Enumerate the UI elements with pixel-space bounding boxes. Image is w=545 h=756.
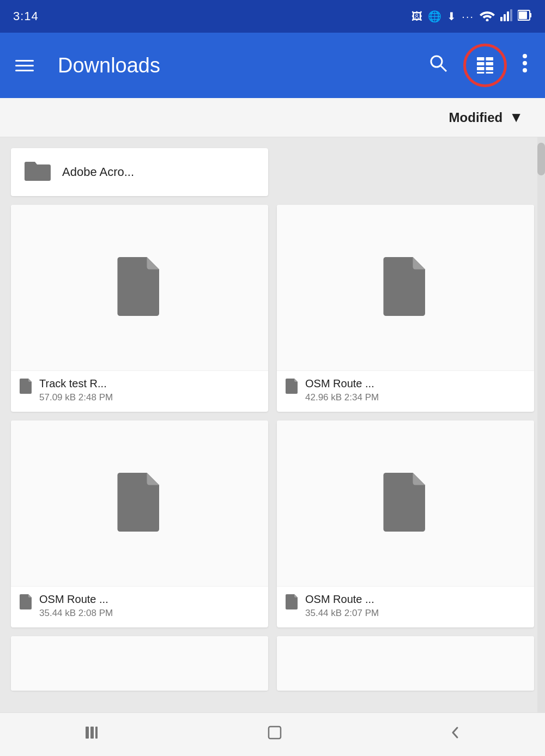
status-icons: 🖼 🌐 ⬇ ··· (411, 9, 532, 23)
tile-text-0: Track test R... 57.09 kB 2:48 PM (39, 377, 113, 403)
file-icon-large-2 (115, 472, 164, 534)
tile-name-1: OSM Route ... (305, 377, 379, 390)
file-tile-1[interactable]: OSM Route ... 42.96 kB 2:34 PM (277, 205, 534, 412)
tiles-row-2: OSM Route ... 35.44 kB 2:08 PM (11, 420, 534, 627)
svg-point-0 (486, 19, 489, 22)
svg-rect-6 (530, 13, 531, 17)
file-icon-small-1 (286, 379, 299, 397)
home-button[interactable] (249, 718, 300, 751)
file-icon-small-0 (20, 379, 33, 397)
tile-preview-4 (11, 636, 268, 691)
grid-icon (475, 56, 495, 75)
svg-rect-10 (477, 57, 485, 60)
svg-rect-1 (500, 17, 502, 21)
file-tile-3[interactable]: OSM Route ... 35.44 kB 2:07 PM (277, 420, 534, 627)
svg-rect-3 (507, 11, 509, 21)
file-icon-large-1 (381, 257, 430, 319)
file-icon-large-0 (115, 257, 164, 319)
svg-rect-12 (477, 62, 485, 65)
svg-rect-14 (477, 67, 485, 70)
tile-info-2: OSM Route ... 35.44 kB 2:08 PM (11, 586, 268, 627)
tile-meta-3: 35.44 kB 2:07 PM (305, 608, 379, 619)
svg-point-8 (431, 56, 442, 67)
file-icon-large-3 (381, 472, 430, 534)
tile-name-2: OSM Route ... (39, 593, 113, 606)
svg-point-18 (523, 54, 527, 58)
svg-point-19 (523, 61, 527, 65)
svg-rect-15 (486, 67, 494, 70)
status-bar: 3:14 🖼 🌐 ⬇ ··· (0, 0, 545, 33)
file-icon-small-2 (20, 594, 33, 613)
scrollbar-thumb[interactable] (537, 143, 545, 175)
tile-info-0: Track test R... 57.09 kB 2:48 PM (11, 370, 268, 412)
svg-rect-11 (486, 57, 494, 60)
vpn-icon: 🌐 (428, 10, 441, 23)
more-options-button[interactable] (518, 49, 532, 82)
grid-view-button[interactable] (465, 46, 505, 85)
grid-view-button-wrapper (465, 46, 505, 85)
back-button[interactable] (432, 718, 479, 751)
tile-preview-2 (11, 420, 268, 586)
tile-name-0: Track test R... (39, 377, 113, 390)
tiles-row-1: Track test R... 57.09 kB 2:48 PM (11, 205, 534, 412)
bottom-nav (0, 712, 545, 756)
svg-rect-24 (269, 727, 281, 739)
menu-button[interactable] (13, 58, 36, 74)
file-grid: Adobe Acro... (0, 137, 545, 702)
image-icon: 🖼 (411, 10, 422, 23)
download-icon: ⬇ (447, 10, 456, 23)
file-tile-0[interactable]: Track test R... 57.09 kB 2:48 PM (11, 205, 268, 412)
signal-icon (500, 9, 512, 23)
svg-rect-4 (510, 9, 512, 21)
file-tile-5[interactable] (277, 636, 534, 691)
tile-meta-0: 57.09 kB 2:48 PM (39, 392, 113, 403)
svg-rect-2 (504, 14, 506, 21)
svg-rect-23 (95, 727, 98, 739)
toolbar: Downloads (0, 33, 545, 98)
sort-arrow[interactable]: ▼ (509, 109, 523, 126)
tile-info-1: OSM Route ... 42.96 kB 2:34 PM (277, 370, 534, 412)
battery-icon (518, 9, 532, 23)
svg-rect-17 (486, 72, 494, 74)
scrollbar[interactable] (537, 137, 545, 712)
tile-meta-1: 42.96 kB 2:34 PM (305, 392, 379, 403)
svg-point-20 (523, 68, 527, 72)
tile-text-3: OSM Route ... 35.44 kB 2:07 PM (305, 593, 379, 619)
sort-label: Modified (449, 110, 503, 125)
svg-rect-13 (486, 62, 494, 65)
page-title: Downloads (58, 54, 411, 77)
file-tile-4[interactable] (11, 636, 268, 691)
svg-rect-21 (86, 727, 89, 739)
svg-rect-16 (477, 72, 485, 74)
folder-item[interactable]: Adobe Acro... (11, 148, 268, 196)
sort-bar: Modified ▼ (0, 98, 545, 137)
svg-line-9 (441, 66, 446, 71)
tile-preview-0 (11, 205, 268, 370)
tile-text-1: OSM Route ... 42.96 kB 2:34 PM (305, 377, 379, 403)
content-area: Adobe Acro... (0, 137, 545, 712)
file-tile-2[interactable]: OSM Route ... 35.44 kB 2:08 PM (11, 420, 268, 627)
wifi-icon (480, 9, 495, 23)
tile-name-3: OSM Route ... (305, 593, 379, 606)
svg-rect-7 (519, 11, 527, 19)
tile-preview-3 (277, 420, 534, 586)
tile-meta-2: 35.44 kB 2:08 PM (39, 608, 113, 619)
svg-rect-22 (90, 727, 94, 739)
tiles-row-3 (11, 636, 534, 691)
file-icon-small-3 (286, 594, 299, 613)
folder-name: Adobe Acro... (62, 165, 134, 179)
tile-preview-5 (277, 636, 534, 691)
folder-icon (24, 158, 51, 186)
more-status-icon: ··· (462, 10, 474, 23)
tile-info-3: OSM Route ... 35.44 kB 2:07 PM (277, 586, 534, 627)
search-button[interactable] (424, 49, 452, 82)
recents-button[interactable] (66, 718, 117, 751)
tile-preview-1 (277, 205, 534, 370)
status-time: 3:14 (13, 9, 39, 23)
tile-text-2: OSM Route ... 35.44 kB 2:08 PM (39, 593, 113, 619)
